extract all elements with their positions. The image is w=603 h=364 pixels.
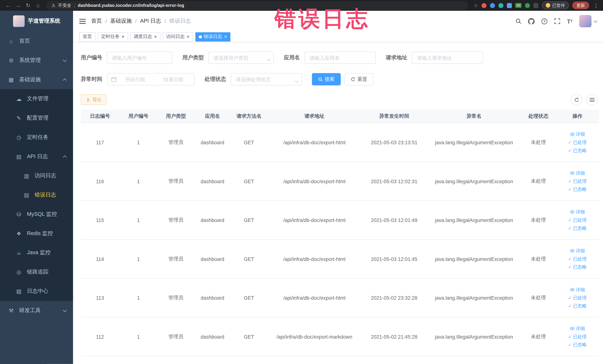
cell-id: 112	[81, 334, 119, 340]
close-icon[interactable]: ×	[224, 34, 227, 39]
ignored-link[interactable]: ✓已忽略	[568, 186, 587, 192]
filter-label: 异常时间	[81, 76, 102, 83]
extension-icon[interactable]	[490, 3, 495, 8]
extension-icon[interactable]	[482, 3, 487, 8]
reset-button[interactable]: 重置	[345, 73, 373, 85]
export-button[interactable]: 导出	[81, 94, 107, 105]
close-icon[interactable]: ×	[154, 34, 157, 39]
extension-icon[interactable]	[533, 3, 538, 8]
action-label: 详细	[576, 170, 585, 176]
update-button-label: 更新	[577, 2, 585, 8]
warning-icon: ⚠	[52, 3, 55, 8]
browser-home-icon[interactable]: ⌂	[34, 0, 42, 11]
start-date-input[interactable]	[118, 76, 152, 82]
detail-link[interactable]: 详细	[570, 131, 585, 137]
page-content: 用户编号 用户类型 应用名 请求	[73, 42, 603, 364]
ignored-link[interactable]: ✓已忽略	[568, 225, 587, 231]
cell-status: 未处理	[521, 256, 556, 262]
back-icon[interactable]: ←	[4, 0, 12, 11]
action-label: 已忽略	[573, 341, 587, 348]
app-name-input[interactable]	[304, 52, 376, 64]
tab-错误日志[interactable]: 错误日志×	[195, 32, 231, 41]
breadcrumb-item[interactable]: 基础设施	[110, 18, 132, 24]
sidebar-item-access-log[interactable]: ▥访问日志	[0, 166, 73, 186]
help-icon[interactable]: ?	[541, 18, 548, 24]
bookmark-star-icon[interactable]: ☆	[474, 2, 478, 8]
chevron-up-icon	[63, 155, 67, 159]
user-avatar-menu[interactable]	[579, 15, 597, 27]
user-type-select-input[interactable]	[208, 52, 274, 64]
user-type-select[interactable]	[208, 52, 274, 64]
cell-status: 未处理	[521, 178, 556, 185]
processed-link[interactable]: ✓已处理	[568, 256, 587, 262]
processed-link[interactable]: ✓已处理	[568, 139, 587, 146]
fullscreen-icon[interactable]	[554, 18, 560, 24]
user-id-input[interactable]	[107, 52, 172, 64]
tab-访问日志[interactable]: 访问日志×	[163, 32, 193, 41]
tab-调度日志[interactable]: 调度日志×	[130, 32, 160, 41]
end-date-input[interactable]	[156, 76, 190, 82]
cell-exception: java.lang.IllegalArgumentException	[427, 334, 521, 340]
ignored-link[interactable]: ✓已忽略	[568, 341, 587, 348]
forward-icon[interactable]: →	[14, 0, 23, 11]
action-label: 详细	[576, 247, 585, 254]
processed-link[interactable]: ✓已处理	[568, 217, 587, 223]
column-settings-button[interactable]	[586, 94, 598, 105]
search-icon[interactable]	[515, 18, 522, 24]
ignored-link[interactable]: ✓已忽略	[568, 147, 587, 154]
ignored-link[interactable]: ✓已忽略	[568, 264, 587, 270]
breadcrumb-item[interactable]: API 日志	[140, 18, 161, 24]
app-logo[interactable]: 芋道管理系统	[0, 11, 73, 32]
action-label: 已处理	[573, 256, 587, 262]
sidebar-item-config[interactable]: ✎配置管理	[0, 108, 73, 128]
font-size-icon[interactable]: TT	[567, 18, 573, 24]
update-button[interactable]: 更新	[572, 1, 589, 9]
sidebar-item-file[interactable]: ☁文件管理	[0, 89, 73, 108]
detail-link[interactable]: 详细	[570, 286, 585, 293]
sidebar-item-api-log[interactable]: ▤API 日志	[0, 147, 73, 166]
sidebar-item-home[interactable]: ⌂首页	[0, 32, 73, 51]
detail-link[interactable]: 详细	[570, 209, 585, 215]
extension-icon[interactable]: on	[515, 3, 522, 8]
process-status-select[interactable]	[231, 73, 302, 85]
address-bar[interactable]: ⚠ 不安全 | dashboard.yudao.iocoder.cn/infra…	[46, 1, 468, 10]
request-url-input[interactable]	[412, 52, 483, 64]
tab-定时任务[interactable]: 定时任务×	[98, 32, 128, 41]
ignored-link[interactable]: ✓已忽略	[568, 303, 587, 309]
extension-icon[interactable]	[525, 3, 530, 8]
breadcrumb-item[interactable]: 首页	[91, 18, 102, 24]
detail-link[interactable]: 详细	[570, 247, 585, 254]
sidebar-item-mysql[interactable]: ⛁MySQL 监控	[0, 205, 73, 224]
processed-link[interactable]: ✓已处理	[568, 333, 587, 340]
tab-首页[interactable]: 首页	[79, 32, 95, 41]
detail-link[interactable]: 详细	[570, 325, 585, 332]
sidebar-item-log-center[interactable]: ▧日志中心	[0, 282, 73, 301]
action-label: 详细	[576, 209, 585, 215]
refresh-button[interactable]	[571, 94, 582, 105]
reload-icon[interactable]: ↻	[24, 0, 33, 11]
process-status-select-input[interactable]	[231, 73, 302, 85]
github-icon[interactable]	[528, 18, 534, 24]
browser-toolbar-right: ☆ on 已暂停 更新 ⋮	[474, 1, 599, 9]
sidebar-item-system[interactable]: ⚙系统管理	[0, 51, 73, 70]
processed-link[interactable]: ✓已处理	[568, 178, 587, 185]
close-icon[interactable]: ×	[122, 34, 125, 39]
sidebar-item-java[interactable]: ☕Java 监控	[0, 243, 73, 262]
sidebar-item-trace[interactable]: ◎链路追踪	[0, 262, 73, 282]
date-range-picker[interactable]: -	[107, 73, 195, 85]
extension-icon[interactable]	[507, 3, 512, 8]
sidebar-item-error-log[interactable]: ▤错误日志	[0, 186, 73, 205]
browser-menu-icon[interactable]: ⋮	[593, 2, 599, 8]
hamburger-icon[interactable]	[79, 18, 86, 24]
paused-badge[interactable]: 已暂停	[542, 1, 569, 9]
processed-link[interactable]: ✓已处理	[568, 294, 587, 301]
close-icon[interactable]: ×	[187, 34, 190, 39]
sidebar-item-redis[interactable]: ❖Redis 监控	[0, 224, 73, 243]
sidebar-item-dev-tools[interactable]: ⚒研发工具	[0, 301, 73, 320]
cell-exception: java.lang.IllegalArgumentException	[427, 178, 521, 184]
detail-link[interactable]: 详细	[570, 170, 585, 176]
extension-icon[interactable]	[499, 3, 503, 8]
search-button[interactable]: 搜索	[312, 73, 341, 85]
sidebar-item-job[interactable]: ◷定时任务	[0, 128, 73, 147]
sidebar-item-infra[interactable]: ▦基础设施	[0, 70, 73, 89]
